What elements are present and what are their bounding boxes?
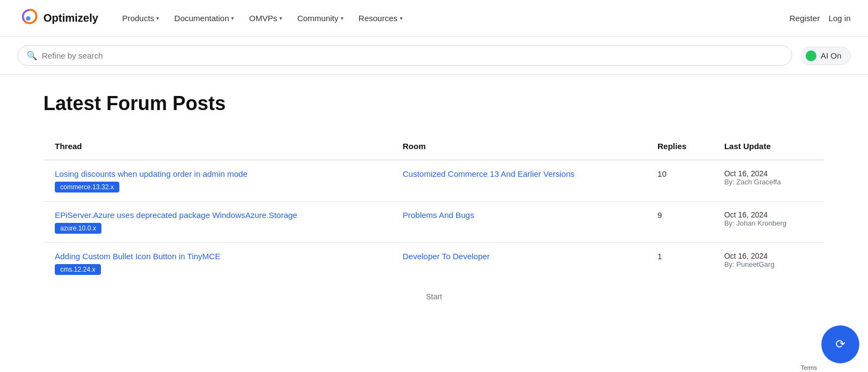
thread-link-2[interactable]: Adding Custom Bullet Icon Button in Tiny… <box>55 252 381 261</box>
nav-community[interactable]: Community ▾ <box>291 9 350 27</box>
replies-cell: 10 <box>647 160 713 202</box>
last-update-date-1: Oct 16, 2024 <box>724 210 813 219</box>
nav-documentation[interactable]: Documentation ▾ <box>168 9 240 27</box>
replies-count-1: 9 <box>658 210 662 220</box>
last-update-by-2: By: PuneetGarg <box>724 260 813 268</box>
login-link[interactable]: Log in <box>828 14 851 23</box>
search-input-wrapper: 🔍 <box>17 46 792 66</box>
table-row: Adding Custom Bullet Icon Button in Tiny… <box>44 243 825 284</box>
last-update-cell: Oct 16, 2024 By: Johan Kronberg <box>713 202 825 243</box>
room-cell: Problems And Bugs <box>392 202 647 243</box>
table-header-row: Thread Room Replies Last Update <box>44 133 825 161</box>
nav-resources[interactable]: Resources ▾ <box>352 9 409 27</box>
register-link[interactable]: Register <box>789 14 820 23</box>
search-bar-section: 🔍 AI On <box>0 37 868 75</box>
thread-cell: EPiServer.Azure uses deprecated package … <box>44 202 392 243</box>
room-link-0[interactable]: Customized Commerce 13 And Earlier Versi… <box>403 169 575 178</box>
ai-label: AI On <box>821 51 841 60</box>
resources-chevron-icon: ▾ <box>400 15 403 21</box>
navbar: Optimizely Products ▾ Documentation ▾ OM… <box>0 0 868 37</box>
last-update-by-1: By: Johan Kronberg <box>724 219 813 227</box>
col-lastupdate-header: Last Update <box>713 133 825 161</box>
svg-point-0 <box>26 16 30 21</box>
logo-icon <box>17 8 39 29</box>
search-icon: 🔍 <box>27 50 37 61</box>
thread-cell: Losing discounts when updating order in … <box>44 160 392 202</box>
nav-links: Products ▾ Documentation ▾ OMVPs ▾ Commu… <box>116 9 789 27</box>
replies-cell: 9 <box>647 202 713 243</box>
replies-count-0: 10 <box>658 169 667 178</box>
page-title: Latest Forum Posts <box>43 92 825 115</box>
thread-link-0[interactable]: Losing discounts when updating order in … <box>55 169 381 178</box>
nav-auth: Register Log in <box>789 14 851 23</box>
forum-table: Thread Room Replies Last Update Losing d… <box>43 132 825 310</box>
thread-tag-2: cms.12.24.x <box>55 264 101 275</box>
room-cell: Developer To Developer <box>392 243 647 284</box>
pagination-start: Start <box>426 292 442 301</box>
replies-count-2: 1 <box>658 252 662 261</box>
room-cell: Customized Commerce 13 And Earlier Versi… <box>392 160 647 202</box>
ai-toggle[interactable]: AI On <box>801 47 851 65</box>
nav-products[interactable]: Products ▾ <box>116 9 165 27</box>
main-content: Latest Forum Posts Thread Room Replies L… <box>0 75 868 328</box>
logo-text: Optimizely <box>43 12 98 24</box>
ai-status-dot <box>806 50 816 61</box>
table-row: Losing discounts when updating order in … <box>44 160 825 202</box>
last-update-cell: Oct 16, 2024 By: PuneetGarg <box>713 243 825 284</box>
last-update-by-0: By: Zach Graceffa <box>724 178 813 186</box>
replies-cell: 1 <box>647 243 713 284</box>
thread-tag-1: azure.10.0.x <box>55 223 101 234</box>
room-link-1[interactable]: Problems And Bugs <box>403 210 474 220</box>
last-update-cell: Oct 16, 2024 By: Zach Graceffa <box>713 160 825 202</box>
table-row: EPiServer.Azure uses deprecated package … <box>44 202 825 243</box>
nav-omvps[interactable]: OMVPs ▾ <box>242 9 289 27</box>
col-room-header: Room <box>392 133 647 161</box>
documentation-chevron-icon: ▾ <box>231 15 234 21</box>
col-thread-header: Thread <box>44 133 392 161</box>
thread-link-1[interactable]: EPiServer.Azure uses deprecated package … <box>55 210 381 220</box>
last-update-date-0: Oct 16, 2024 <box>724 169 813 178</box>
last-update-date-2: Oct 16, 2024 <box>724 252 813 260</box>
col-replies-header: Replies <box>647 133 713 161</box>
search-input[interactable] <box>42 51 783 60</box>
logo[interactable]: Optimizely <box>17 8 98 29</box>
room-link-2[interactable]: Developer To Developer <box>403 252 490 261</box>
pagination-row: Start <box>44 284 825 310</box>
community-chevron-icon: ▾ <box>341 15 343 21</box>
thread-cell: Adding Custom Bullet Icon Button in Tiny… <box>44 243 392 284</box>
omvps-chevron-icon: ▾ <box>279 15 282 21</box>
products-chevron-icon: ▾ <box>156 15 159 21</box>
thread-tag-0: commerce.13.32.x <box>55 182 119 193</box>
